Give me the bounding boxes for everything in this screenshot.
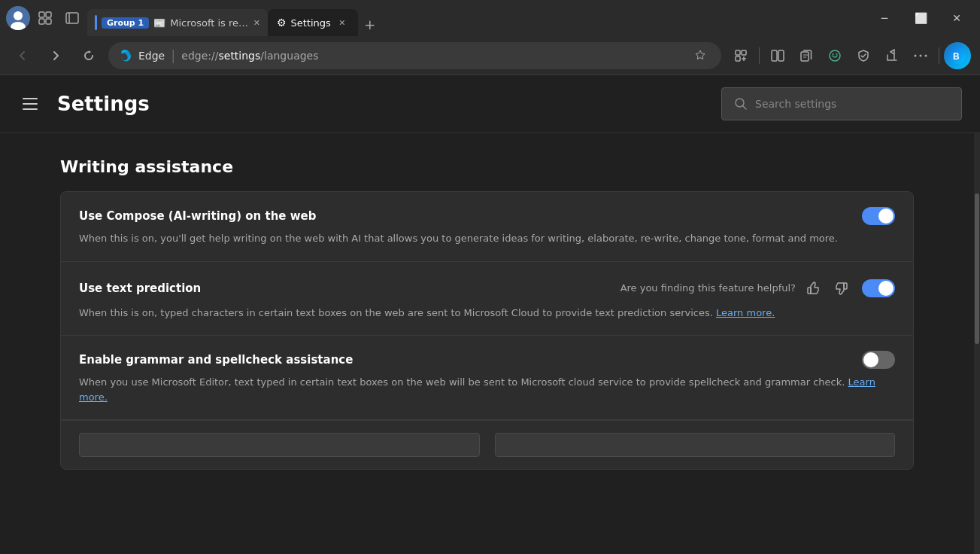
feedback-text: Are you finding this feature helpful? (620, 282, 796, 294)
text-prediction-learn-more[interactable]: Learn more. (716, 307, 775, 318)
forward-button[interactable] (42, 42, 69, 69)
text-prediction-description: When this is on, typed characters in cer… (79, 306, 895, 321)
tab-sidebar-button[interactable] (60, 6, 84, 30)
split-icon (771, 49, 784, 62)
close-button[interactable]: ✕ (939, 6, 974, 30)
svg-point-1 (14, 11, 23, 20)
tab-close-settings[interactable]: ✕ (335, 16, 349, 29)
thumbs-down-button[interactable] (830, 277, 853, 300)
copilot-button[interactable] (821, 42, 848, 69)
tab-sidebar-icon (65, 11, 79, 25)
tab-label-settings: Settings (291, 17, 331, 29)
hamburger-line-3 (23, 108, 38, 110)
setting-row-compose-header: Use Compose (AI-writing) on the web (79, 207, 895, 225)
tab-groups-icon (38, 11, 52, 25)
svg-rect-26 (844, 283, 847, 289)
partial-input-2[interactable] (495, 433, 896, 457)
settings-scroll-area[interactable]: Writing assistance Use Compose (AI-writi… (0, 133, 974, 554)
new-tab-button[interactable]: + (358, 12, 382, 36)
compose-label: Use Compose (AI-writing) on the web (79, 209, 317, 223)
search-settings-box[interactable]: Search settings (721, 87, 962, 120)
grammar-toggle[interactable] (862, 351, 895, 369)
grammar-description: When you use Microsoft Editor, text type… (79, 375, 895, 404)
svg-rect-14 (801, 52, 809, 61)
search-icon (734, 97, 748, 111)
security-icon (857, 49, 870, 62)
reload-button[interactable] (75, 42, 102, 69)
more-icon (914, 54, 927, 57)
setting-row-grammar: Enable grammar and spellcheck assistance… (61, 336, 913, 420)
reload-icon (83, 50, 95, 62)
browser-name: Edge (138, 50, 165, 62)
split-button[interactable] (764, 42, 791, 69)
edge-logo (119, 49, 132, 62)
svg-rect-6 (46, 19, 51, 24)
svg-point-20 (925, 54, 927, 56)
setting-row-text-prediction-header: Use text prediction Are you finding this… (79, 277, 895, 300)
setting-row-compose: Use Compose (AI-writing) on the web When… (61, 192, 913, 262)
setting-row-text-prediction: Use text prediction Are you finding this… (61, 262, 913, 336)
svg-rect-13 (778, 50, 784, 61)
grammar-toggle-thumb (863, 352, 878, 367)
search-placeholder: Search settings (755, 98, 836, 110)
tab-groups-button[interactable] (33, 6, 57, 30)
setting-row-grammar-header: Enable grammar and spellcheck assistance (79, 351, 895, 369)
svg-rect-9 (736, 50, 740, 55)
titlebar: Group 1 📰 Microsoft is replacing Windows… (0, 0, 980, 36)
hamburger-button[interactable] (18, 90, 45, 117)
hamburger-line-1 (23, 98, 38, 99)
share-button[interactable] (878, 42, 906, 69)
section-title-writing: Writing assistance (60, 157, 914, 176)
svg-point-16 (833, 53, 834, 55)
svg-point-18 (915, 54, 917, 56)
svg-text:B: B (953, 51, 960, 62)
more-button[interactable] (907, 42, 934, 69)
svg-line-24 (743, 106, 747, 110)
grammar-label: Enable grammar and spellcheck assistance (79, 353, 353, 367)
security-button[interactable] (850, 42, 877, 69)
favorite-button[interactable] (690, 45, 711, 66)
back-button[interactable] (9, 42, 36, 69)
address-bar[interactable]: Edge | edge://settings/languages (108, 42, 721, 69)
toolbar-separator-2 (939, 47, 939, 64)
partial-input-1[interactable] (79, 433, 480, 457)
thumbs-down-icon (834, 281, 849, 296)
collections-button[interactable] (793, 42, 820, 69)
tab-microsoft-news[interactable]: Group 1 📰 Microsoft is replacing Windows… (87, 9, 268, 36)
back-icon (17, 50, 29, 62)
grammar-learn-more[interactable]: Learn more. (79, 376, 875, 403)
copilot-icon (828, 49, 842, 62)
main-layout: Settings Search settings Writing assista… (0, 75, 980, 554)
content-area: Settings Search settings Writing assista… (0, 75, 980, 554)
scrollbar-thumb[interactable] (975, 193, 979, 344)
minimize-button[interactable]: ─ (867, 6, 902, 30)
maximize-button[interactable]: ⬜ (903, 6, 938, 30)
svg-point-19 (920, 54, 922, 56)
bing-copilot-button[interactable]: B (944, 42, 971, 69)
svg-rect-4 (46, 12, 51, 17)
svg-point-17 (836, 53, 838, 55)
thumbs-up-button[interactable] (802, 277, 824, 300)
tab-group-indicator (95, 15, 97, 30)
compose-toggle-thumb (878, 209, 894, 224)
text-prediction-toggle[interactable] (862, 279, 895, 297)
tab-group-badge: Group 1 (102, 17, 149, 29)
tabs-bar: Group 1 📰 Microsoft is replacing Windows… (87, 0, 864, 36)
extensions-button[interactable] (727, 42, 754, 69)
avatar-icon (6, 6, 30, 30)
star-icon (694, 50, 706, 62)
thumbs-up-icon (806, 281, 821, 296)
svg-rect-3 (39, 12, 44, 17)
compose-description: When this is on, you'll get help writing… (79, 231, 895, 246)
svg-rect-10 (742, 50, 746, 55)
svg-point-15 (830, 50, 840, 61)
address-text: edge://settings/languages (181, 50, 318, 62)
compose-toggle[interactable] (862, 207, 895, 225)
forward-icon (50, 50, 62, 62)
feedback-buttons: Are you finding this feature helpful? (620, 277, 853, 300)
tab-settings[interactable]: ⚙️ Settings ✕ (268, 9, 358, 36)
tab-close-news[interactable]: ✕ (253, 16, 260, 29)
collections-icon (799, 49, 813, 62)
profile-avatar[interactable] (6, 6, 30, 30)
address-icons (690, 45, 711, 66)
